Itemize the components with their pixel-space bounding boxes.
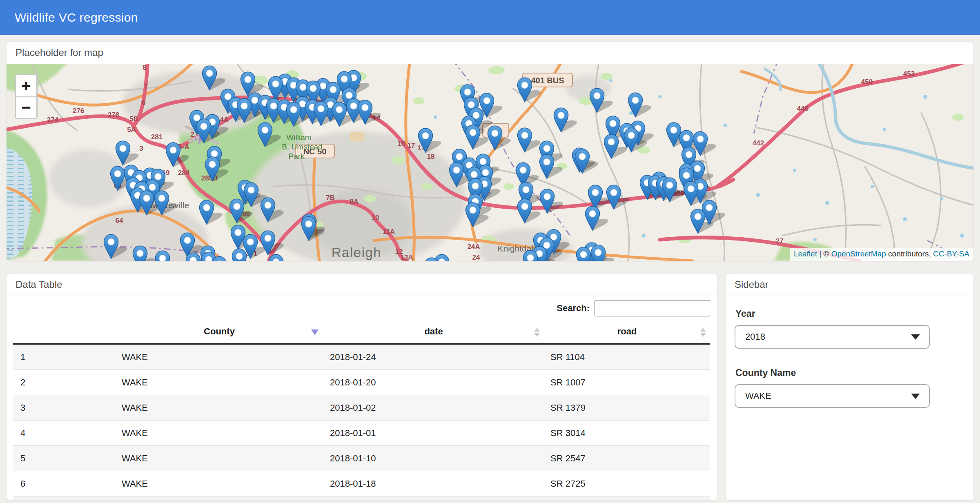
table-cell: 2018-01-02 <box>323 395 544 421</box>
table-cell: WAKE <box>115 344 323 370</box>
table-row: 5WAKE2018-01-10SR 2547 <box>13 446 710 471</box>
osm-link[interactable]: OpenStreetMap <box>831 249 886 258</box>
svg-text:8: 8 <box>143 64 146 71</box>
attribution-text-2: contributors, <box>886 249 933 258</box>
table-cell: SR 2725 <box>544 471 710 496</box>
data-table-title: Data Table <box>7 274 717 296</box>
svg-text:B. Umstead: B. Umstead <box>282 142 322 151</box>
leaflet-map[interactable]: ✈ 2742762785B5A28131B-A284696787622 <box>7 64 973 261</box>
svg-text:Park: Park <box>288 152 305 160</box>
map-marker[interactable] <box>232 249 246 261</box>
svg-text:4A: 4A <box>220 116 229 124</box>
year-label: Year <box>735 308 964 319</box>
table-cell: WAKE <box>115 395 323 421</box>
svg-text:18: 18 <box>427 153 435 160</box>
table-cell: WAKE <box>115 446 323 471</box>
svg-text:7B: 7B <box>326 194 335 202</box>
table-cell: SR 1104 <box>544 344 710 370</box>
svg-text:284: 284 <box>178 169 190 177</box>
county-select[interactable]: WAKE <box>735 384 930 408</box>
svg-text:27: 27 <box>776 237 784 245</box>
sort-both-icon <box>534 328 540 337</box>
svg-text:446: 446 <box>797 105 808 112</box>
table-row: 1WAKE2018-01-24SR 1104 <box>13 344 710 370</box>
svg-text:281: 281 <box>151 133 163 141</box>
map-marker[interactable] <box>576 247 590 261</box>
svg-text:278: 278 <box>108 111 119 119</box>
svg-text:William: William <box>286 133 311 142</box>
table-cell: SR 3014 <box>544 421 710 446</box>
svg-text:276: 276 <box>73 107 84 115</box>
table-cell: WAKE <box>115 370 323 395</box>
leaflet-link[interactable]: Leaflet <box>794 249 817 258</box>
chevron-down-icon <box>911 334 920 340</box>
table-cell: 6 <box>13 471 115 496</box>
table-cell: SR 1007 <box>544 370 710 395</box>
year-group: Year 2018 <box>735 308 964 349</box>
map-canvas: ✈ 2742762785B5A28131B-A284696787622 <box>7 64 973 261</box>
county-label: County Name <box>735 367 964 378</box>
table-cell: 3 <box>13 395 115 421</box>
table-cell: 2018-01-20 <box>323 370 544 395</box>
svg-text:3: 3 <box>139 145 143 152</box>
svg-text:24: 24 <box>472 254 480 261</box>
sidebar-title: Sidebar <box>726 274 973 296</box>
county-select-value: WAKE <box>745 391 771 401</box>
year-select[interactable]: 2018 <box>735 325 930 349</box>
column-header-date[interactable]: date <box>323 321 544 344</box>
table-cell: 4 <box>13 421 115 446</box>
search-label: Search: <box>557 303 590 314</box>
table-cell: 5 <box>13 446 115 471</box>
svg-text:24A: 24A <box>467 243 480 251</box>
table-cell: SR 2547 <box>544 446 710 471</box>
data-table-body: Search: Countydateroad 1WAKE2018-01-24SR… <box>7 300 717 501</box>
map-panel-title: Placeholder for map <box>7 42 973 64</box>
zoom-in-button[interactable]: + <box>16 75 36 96</box>
svg-text:11A: 11A <box>383 228 395 236</box>
map-marker[interactable] <box>591 245 605 261</box>
svg-text:16: 16 <box>398 140 405 147</box>
search-input[interactable] <box>595 300 710 316</box>
zoom-out-button[interactable]: − <box>16 96 36 118</box>
svg-text:Raleigh: Raleigh <box>332 245 381 260</box>
chevron-down-icon <box>911 394 920 399</box>
table-cell: 2 <box>13 370 115 395</box>
svg-text:453: 453 <box>903 70 915 78</box>
table-row-partial <box>13 496 710 501</box>
svg-text:442: 442 <box>753 139 764 147</box>
table-cell: 1 <box>13 344 115 370</box>
sidebar-panel: Sidebar Year 2018 County Name WAKE <box>725 273 974 501</box>
table-cell: 2018-01-01 <box>323 421 544 446</box>
year-select-value: 2018 <box>745 332 765 342</box>
table-header-row: Countydateroad <box>13 321 710 344</box>
app-title: Wildlife VC regression <box>15 11 138 24</box>
content-row: Data Table Search: Countydateroad 1WAKE2… <box>6 273 974 501</box>
attribution-text: | © <box>817 249 831 258</box>
sort-desc-icon <box>311 329 318 335</box>
map-marker[interactable] <box>133 246 147 261</box>
svg-text:2: 2 <box>190 131 194 138</box>
svg-text:17: 17 <box>408 142 415 149</box>
table-cell: 2018-01-24 <box>323 344 544 370</box>
svg-text:13A: 13A <box>400 254 413 261</box>
svg-text:8A: 8A <box>350 198 359 205</box>
column-header-County[interactable]: County <box>115 321 323 344</box>
table-cell: 2018-01-18 <box>323 471 544 496</box>
column-header-index <box>13 321 115 344</box>
column-header-road[interactable]: road <box>544 321 710 344</box>
table-cell: SR 1379 <box>544 395 710 421</box>
table-search-row: Search: <box>13 300 710 316</box>
svg-text:450: 450 <box>861 78 873 86</box>
svg-text:401 BUS: 401 BUS <box>531 76 564 85</box>
table-row: 6WAKE2018-01-18SR 2725 <box>13 471 710 496</box>
county-group: County Name WAKE <box>735 367 964 408</box>
svg-text:10: 10 <box>372 214 379 222</box>
table-row: 2WAKE2018-01-20SR 1007 <box>13 370 710 395</box>
map-attribution: Leaflet | © OpenStreetMap contributors, … <box>790 248 973 261</box>
sidebar-body: Year 2018 County Name WAKE <box>726 296 973 408</box>
table-row: 4WAKE2018-01-01SR 3014 <box>13 421 710 446</box>
license-link[interactable]: CC-BY-SA <box>933 249 969 258</box>
data-table-panel: Data Table Search: Countydateroad 1WAKE2… <box>6 273 717 501</box>
svg-text:5B: 5B <box>129 115 138 123</box>
map-panel: Placeholder for map <box>6 41 974 261</box>
